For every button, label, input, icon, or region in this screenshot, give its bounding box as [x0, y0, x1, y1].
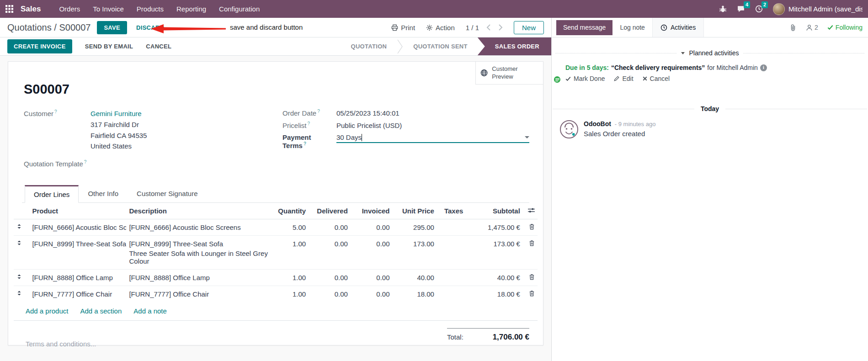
cell-taxes[interactable]	[437, 286, 480, 303]
cell-description[interactable]: [FURN_8888] Office Lamp	[126, 270, 273, 286]
user-menu[interactable]: Mitchell Admin (save_discar	[773, 3, 863, 15]
drag-handle-icon[interactable]	[14, 236, 29, 270]
add-note-link[interactable]: Add a note	[133, 307, 167, 315]
cell-quantity[interactable]: 1.00	[273, 270, 309, 286]
menu-products[interactable]: Products	[130, 0, 170, 18]
cell-taxes[interactable]	[437, 236, 480, 270]
cell-invoiced[interactable]: 0.00	[351, 286, 393, 303]
payment-terms-input[interactable]: 30 Days	[336, 133, 529, 143]
col-taxes[interactable]: Taxes	[437, 203, 480, 219]
cell-quantity[interactable]: 5.00	[273, 219, 309, 236]
cell-invoiced[interactable]: 0.00	[351, 219, 393, 236]
cancel-button[interactable]: CANCEL	[146, 43, 171, 50]
activity-clock-icon[interactable]: 2	[755, 5, 763, 13]
mark-done-button[interactable]: Mark Done	[565, 75, 605, 82]
order-date-field[interactable]: 05/25/2023 15:40:01	[336, 109, 399, 117]
cell-unit-price[interactable]: 18.00	[393, 286, 437, 303]
delete-row-icon[interactable]	[523, 219, 538, 236]
table-row[interactable]: [FURN_8888] Office Lamp [FURN_8888] Offi…	[14, 270, 538, 286]
drag-handle-icon[interactable]	[14, 219, 29, 236]
cancel-activity-button[interactable]: Cancel	[643, 75, 670, 82]
col-quantity[interactable]: Quantity	[273, 203, 309, 219]
customer-preview-button[interactable]: Customer Preview	[475, 62, 543, 85]
cell-description[interactable]: [FURN_6666] Acoustic Bloc Screens	[126, 219, 273, 236]
menu-configuration[interactable]: Configuration	[213, 0, 266, 18]
drag-handle-icon[interactable]	[14, 286, 29, 303]
cell-taxes[interactable]	[437, 219, 480, 236]
cell-quantity[interactable]: 1.00	[273, 236, 309, 270]
delete-row-icon[interactable]	[523, 270, 538, 286]
col-product[interactable]: Product	[29, 203, 126, 219]
send-message-button[interactable]: Send message	[556, 20, 612, 35]
log-note-button[interactable]: Log note	[612, 18, 652, 37]
save-button[interactable]: SAVE	[97, 21, 127, 34]
tab-order-lines[interactable]: Order Lines	[25, 185, 79, 203]
cell-invoiced[interactable]: 0.00	[351, 270, 393, 286]
stage-quotation[interactable]: QUOTATION	[341, 37, 397, 55]
action-button[interactable]: Action	[426, 24, 455, 32]
cell-quantity[interactable]: 1.00	[273, 286, 309, 303]
new-button[interactable]: New	[514, 21, 544, 34]
pager-previous-icon[interactable]	[486, 24, 491, 31]
cell-delivered[interactable]: 0.00	[309, 270, 351, 286]
drag-handle-icon[interactable]	[14, 270, 29, 286]
odoobot-avatar[interactable]	[560, 120, 578, 138]
tab-customer-signature[interactable]: Customer Signature	[128, 185, 207, 203]
cell-taxes[interactable]	[437, 270, 480, 286]
cell-delivered[interactable]: 0.00	[309, 236, 351, 270]
cell-product[interactable]: [FURN_6666] Acoustic Bloc Screens	[29, 219, 126, 236]
menu-reporting[interactable]: Reporting	[170, 0, 213, 18]
planned-activities-toggle[interactable]: Planned activities	[552, 49, 868, 57]
cell-delivered[interactable]: 0.00	[309, 219, 351, 236]
bug-icon[interactable]	[719, 5, 727, 13]
delete-row-icon[interactable]	[523, 286, 538, 303]
breadcrumb-quotations[interactable]: Quotations	[7, 22, 52, 32]
col-description[interactable]: Description	[126, 203, 273, 219]
stage-quotation-sent[interactable]: QUOTATION SENT	[403, 37, 478, 55]
cell-description[interactable]: [FURN_7777] Office Chair	[126, 286, 273, 303]
col-subtotal[interactable]: Subtotal	[480, 203, 523, 219]
menu-orders[interactable]: Orders	[53, 0, 86, 18]
col-invoiced[interactable]: Invoiced	[351, 203, 393, 219]
following-button[interactable]: Following	[827, 24, 863, 31]
customer-link[interactable]: Gemini Furniture	[91, 110, 142, 117]
delete-row-icon[interactable]	[523, 236, 538, 270]
info-icon[interactable]: i	[760, 64, 767, 71]
send-by-email-button[interactable]: SEND BY EMAIL	[85, 43, 133, 50]
apps-grid-icon[interactable]	[5, 5, 13, 13]
cell-description[interactable]: [FURN_8999] Three-Seat Sofa Three Seater…	[126, 236, 273, 270]
cell-product[interactable]: [FURN_7777] Office Chair	[29, 286, 126, 303]
discard-button[interactable]: DISCARD	[136, 24, 164, 31]
optional-columns-icon[interactable]	[523, 203, 538, 219]
tab-other-info[interactable]: Other Info	[79, 185, 128, 203]
col-unit-price[interactable]: Unit Price	[393, 203, 437, 219]
stage-sales-order[interactable]: SALES ORDER	[478, 37, 551, 55]
print-button[interactable]: Print	[391, 24, 415, 32]
message-author[interactable]: OdooBot	[584, 120, 611, 127]
app-name[interactable]: Sales	[21, 5, 41, 14]
create-invoice-button[interactable]: CREATE INVOICE	[7, 39, 72, 53]
activities-button[interactable]: Activities	[652, 18, 704, 37]
attach-files-button[interactable]	[789, 24, 797, 32]
cell-unit-price[interactable]: 40.00	[393, 270, 437, 286]
terms-placeholder[interactable]: Terms and conditions...	[26, 340, 96, 348]
cell-product[interactable]: [FURN_8888] Office Lamp	[29, 270, 126, 286]
menu-to-invoice[interactable]: To Invoice	[86, 0, 130, 18]
messages-icon[interactable]: 4	[737, 5, 745, 13]
chevron-down-icon[interactable]	[525, 136, 529, 138]
cell-unit-price[interactable]: 295.00	[393, 219, 437, 236]
add-product-link[interactable]: Add a product	[26, 307, 68, 315]
pager-next-icon[interactable]	[498, 24, 503, 31]
cell-invoiced[interactable]: 0.00	[351, 236, 393, 270]
cell-product[interactable]: [FURN_8999] Three-Seat Sofa	[29, 236, 126, 270]
followers-button[interactable]: 2	[806, 24, 818, 31]
table-row[interactable]: [FURN_6666] Acoustic Bloc Screens [FURN_…	[14, 219, 538, 236]
cell-delivered[interactable]: 0.00	[309, 286, 351, 303]
table-row[interactable]: [FURN_7777] Office Chair [FURN_7777] Off…	[14, 286, 538, 303]
col-delivered[interactable]: Delivered	[309, 203, 351, 219]
add-section-link[interactable]: Add a section	[80, 307, 122, 315]
table-row[interactable]: [FURN_8999] Three-Seat Sofa [FURN_8999] …	[14, 236, 538, 270]
edit-activity-button[interactable]: Edit	[614, 75, 633, 82]
pricelist-field[interactable]: Public Pricelist (USD)	[336, 122, 402, 129]
cell-unit-price[interactable]: 173.00	[393, 236, 437, 270]
